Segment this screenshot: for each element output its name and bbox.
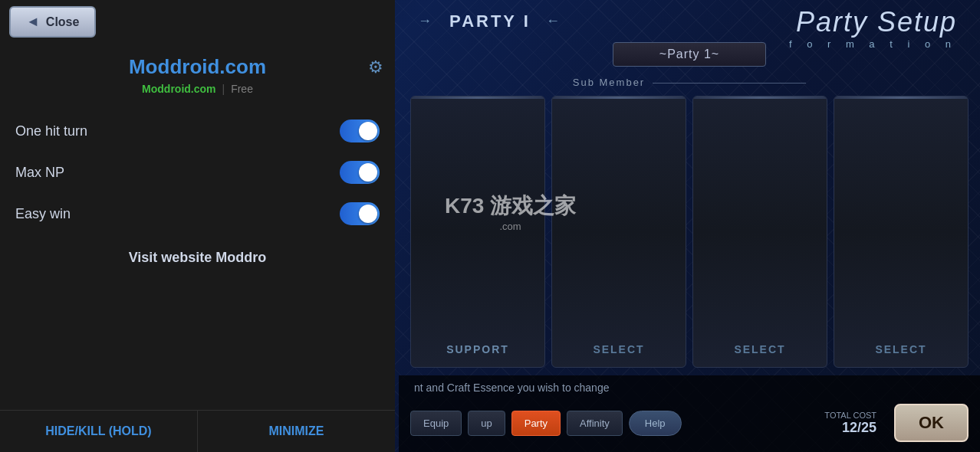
card-slot-3[interactable]: SELECT (834, 96, 968, 368)
bottom-hint-text: nt and Craft Essence you wish to change (399, 375, 980, 400)
subtitle-divider: | (222, 83, 225, 95)
card-slot-2[interactable]: SELECT (692, 96, 827, 368)
close-button[interactable]: ◄ Close (9, 6, 96, 38)
party-title-text: PARTY I (449, 11, 531, 31)
watermark-text: K73 游戏之家 (445, 192, 576, 221)
card-slot-2-label: SELECT (734, 343, 785, 355)
toggle-item-max-np: Max NP (15, 152, 380, 193)
subtitle-free: Free (231, 83, 253, 95)
watermark-sub: .com (445, 221, 576, 232)
close-area: ◄ Close (0, 0, 395, 44)
close-label: Close (46, 15, 80, 29)
bottom-controls: Equip up Party Affinity Help TOTAL COST … (399, 400, 980, 446)
panel-bottom-buttons: HIDE/KILL (HOLD) MINIMIZE (0, 410, 395, 452)
total-cost: TOTAL COST 12/25 (824, 411, 876, 436)
toggle-switch-max-np[interactable] (340, 161, 380, 184)
card-slot-3-label: SELECT (875, 343, 926, 355)
overlay-panel: ◄ Close Moddroid.com Moddroid.com | Free… (0, 0, 395, 452)
party-tab[interactable]: ~Party 1~ (399, 42, 980, 67)
total-cost-label: TOTAL COST (824, 411, 876, 420)
card-slot-1-label: SELECT (593, 343, 644, 355)
toggle-item-one-hit-turn: One hit turn (15, 110, 380, 152)
minimize-button[interactable]: MINIMIZE (198, 411, 395, 452)
party-tab-label: ~Party 1~ (613, 42, 766, 67)
party-button[interactable]: Party (511, 411, 561, 436)
toggle-switch-one-hit-turn[interactable] (340, 120, 380, 142)
bottom-bar-game: nt and Craft Essence you wish to change … (399, 375, 980, 452)
total-cost-value: 12/25 (824, 420, 876, 436)
equip-button[interactable]: Equip (410, 411, 462, 436)
sub-member-label: Sub Member (414, 77, 965, 88)
card-slot-support-label: SUPPORT (446, 343, 509, 355)
toggle-label-one-hit-turn: One hit turn (15, 123, 87, 139)
toggle-item-easy-win: Easy win (15, 193, 380, 234)
left-arrow-icon: → (418, 13, 434, 29)
panel-subtitle: Moddroid.com | Free (15, 83, 380, 95)
up-button[interactable]: up (468, 411, 505, 436)
party-title: → PARTY I ← (418, 11, 562, 31)
subtitle-site: Moddroid.com (142, 83, 215, 95)
toggle-label-easy-win: Easy win (15, 206, 71, 222)
panel-title: Moddroid.com (15, 55, 380, 79)
affinity-button[interactable]: Affinity (567, 411, 623, 436)
watermark: K73 游戏之家 .com (445, 192, 576, 232)
visit-website-text: Visit website Moddro (129, 250, 267, 265)
panel-header: Moddroid.com Moddroid.com | Free ⚙ (0, 44, 395, 103)
party-setup-main-text: Party Setup (789, 6, 957, 38)
close-arrow-icon: ◄ (26, 14, 40, 30)
ok-button[interactable]: OK (894, 404, 968, 442)
right-arrow-icon: ← (546, 13, 562, 29)
hide-kill-button[interactable]: HIDE/KILL (HOLD) (0, 411, 198, 452)
toggle-list: One hit turn Max NP Easy win Visit websi… (0, 103, 395, 410)
visit-website-area: Visit website Moddro (15, 234, 380, 281)
gear-icon[interactable]: ⚙ (368, 57, 383, 77)
toggle-switch-easy-win[interactable] (340, 202, 380, 225)
help-button[interactable]: Help (629, 411, 682, 436)
toggle-label-max-np: Max NP (15, 165, 64, 181)
